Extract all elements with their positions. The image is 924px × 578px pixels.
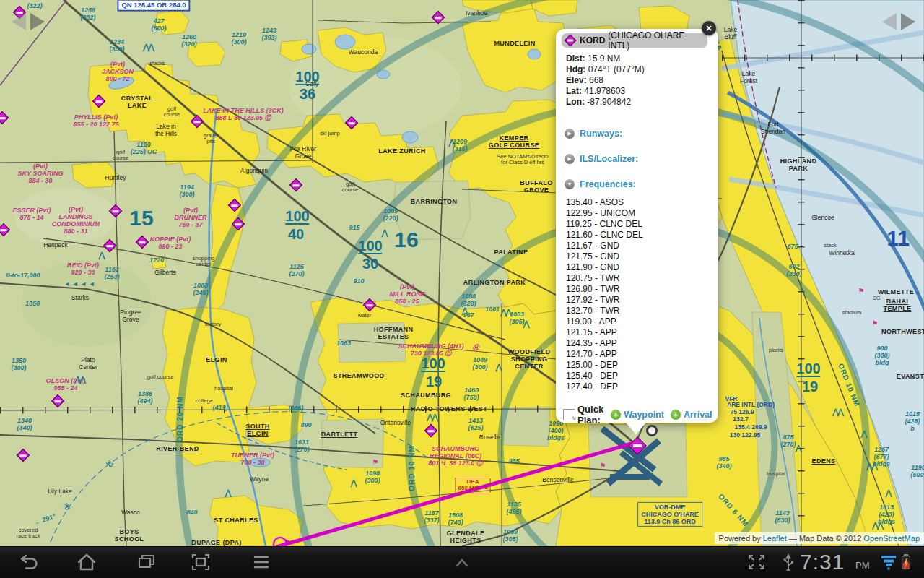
popup-tail: [626, 423, 646, 434]
usb-status-button[interactable]: [775, 552, 802, 574]
home-button[interactable]: [73, 552, 100, 574]
detail-row: Dist: 15.9 NM: [566, 53, 645, 64]
back-button[interactable]: [16, 552, 43, 574]
note-icon: [563, 409, 575, 420]
airport-details: Dist: 15.9 NMHdg: 074°T (077°M)Elev: 668…: [566, 53, 645, 108]
clock[interactable]: 7:31: [800, 550, 845, 574]
frequency-row: 124.35 - APP: [566, 338, 643, 349]
detail-value: 074°T (077°M): [585, 64, 644, 74]
fullscreen-icon: [745, 552, 768, 572]
usb-icon: [777, 552, 800, 572]
close-icon[interactable]: ✕: [702, 21, 716, 35]
frequency-row: 121.60 - CLNC DEL: [566, 230, 643, 241]
frequency-row: 125.00 - DEP: [566, 360, 643, 371]
plus-icon: +: [671, 410, 681, 420]
battery-icon: [899, 552, 914, 572]
popup-sections: ▶Runways:▶ILS/Localizer:▼Frequencies:: [565, 121, 709, 197]
android-navbar: 7:31 PM: [0, 546, 924, 578]
hide-bar-button[interactable]: [448, 552, 476, 574]
battery-status[interactable]: [899, 552, 914, 574]
detail-row: Lon: -87.904842: [566, 97, 645, 108]
detail-label: Lon:: [566, 97, 585, 107]
frequency-row: 127.40 - DEP: [566, 381, 643, 392]
pan-arrows-icon: [10, 11, 48, 33]
frequency-row: 122.95 - UNICOM: [566, 208, 643, 219]
screenshot-button[interactable]: [187, 552, 214, 574]
frequency-row: 135.40 - ASOS: [566, 197, 643, 208]
openstreetmap-link[interactable]: OpenStreetMap: [863, 534, 920, 543]
detail-row: Lat: 41.978603: [566, 86, 645, 97]
frequency-row: 132.70 - TWR: [566, 306, 643, 316]
airport-diamond-icon: [565, 35, 577, 47]
collapse-icon: ▼: [565, 179, 575, 189]
add-arrival-button[interactable]: + Arrival: [671, 410, 712, 420]
add-waypoint-button[interactable]: + Waypoint: [611, 410, 664, 420]
frequency-row: 120.75 - TWR: [566, 273, 643, 284]
waypoint-link: Waypoint: [624, 410, 664, 420]
menu-icon: [250, 552, 273, 572]
detail-value: 15.9 NM: [585, 53, 621, 64]
section-toggle-frequencies[interactable]: ▼Frequencies:: [565, 171, 709, 197]
plus-icon: +: [611, 410, 621, 420]
wifi-icon: [879, 552, 898, 572]
airport-info-popup: KORD (CHICAGO OHARE INTL) ✕ Dist: 15.9 N…: [556, 29, 718, 423]
section-label: Frequencies:: [580, 179, 636, 189]
detail-value: -87.904842: [585, 97, 631, 107]
pan-arrows-icon: [881, 11, 918, 33]
detail-label: Lat:: [566, 86, 582, 96]
chevron-up-icon: [450, 552, 474, 572]
section-label: ILS/Localizer:: [580, 154, 638, 164]
arrival-link: Arrival: [684, 410, 712, 420]
frequency-row: 119.25 - CLNC DEL: [566, 219, 643, 230]
detail-value: 668: [587, 75, 603, 85]
quick-plan-label: Quick Plan:: [578, 404, 603, 426]
screenshot-icon: [189, 552, 212, 572]
airport-code: KORD: [580, 35, 605, 46]
frequency-row: 125.40 - DEP: [566, 371, 643, 381]
frequency-row: 121.67 - GND: [566, 241, 643, 251]
home-icon: [75, 552, 98, 572]
fullscreen-button[interactable]: [743, 552, 770, 574]
detail-label: Dist:: [566, 53, 585, 64]
frequency-row: 119.00 - APP: [566, 316, 643, 327]
menu-button[interactable]: [248, 552, 275, 574]
recent-apps-button[interactable]: [133, 552, 160, 574]
attribution-text: — Map Data © 2012: [789, 534, 861, 543]
expand-icon: ▶: [565, 129, 575, 139]
recents-icon: [135, 552, 158, 572]
wifi-status[interactable]: [879, 552, 898, 574]
frequency-row: 126.90 - TWR: [566, 284, 643, 295]
clock-meridiem: PM: [855, 560, 870, 571]
detail-label: Elev:: [566, 75, 587, 85]
frequency-row: 127.92 - TWR: [566, 295, 643, 306]
detail-label: Hdg:: [566, 64, 585, 74]
airport-name: (CHICAGO OHARE INTL): [608, 30, 707, 51]
section-label: Runways:: [580, 129, 622, 139]
waypoint-anchor: [648, 426, 657, 436]
pan-right-control[interactable]: [881, 11, 918, 33]
frequency-row: 121.15 - APP: [566, 327, 643, 338]
expand-icon: ▶: [565, 154, 575, 164]
attribution-text: Powered by: [719, 534, 761, 543]
map-attribution: Powered by Leaflet — Map Data © 2012 Ope…: [715, 532, 924, 544]
pan-left-control[interactable]: [10, 11, 48, 33]
frequency-row: 121.90 - GND: [566, 262, 643, 273]
section-toggle-ilslocalizer[interactable]: ▶ILS/Localizer:: [565, 146, 709, 171]
leaflet-link[interactable]: Leaflet: [763, 534, 787, 543]
frequency-row: 121.75 - GND: [566, 251, 643, 262]
map-artwork: [0, 0, 924, 546]
back-icon: [18, 552, 41, 572]
detail-value: 41.978603: [582, 86, 625, 96]
sectional-map[interactable]: stacksCRYSTAL LAKECaryFox River GroveLAK…: [0, 0, 924, 546]
tablet-screen: stacksCRYSTAL LAKECaryFox River GroveLAK…: [0, 0, 924, 578]
detail-row: Elev: 668: [566, 75, 645, 86]
popup-header: KORD (CHICAGO OHARE INTL): [562, 33, 707, 48]
section-toggle-runways[interactable]: ▶Runways:: [565, 121, 709, 146]
frequency-list: 135.40 - ASOS122.95 - UNICOM119.25 - CLN…: [566, 197, 643, 392]
detail-row: Hdg: 074°T (077°M): [566, 64, 645, 75]
frequency-row: 124.70 - APP: [566, 349, 643, 360]
